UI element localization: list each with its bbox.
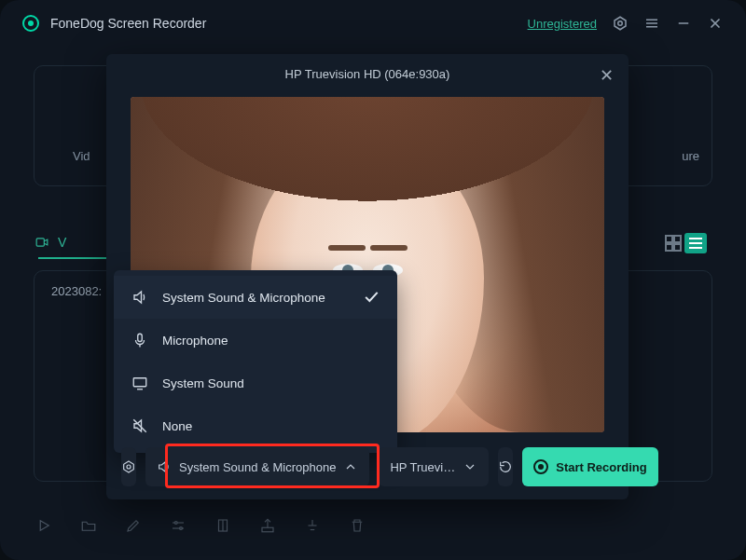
compress-icon[interactable] — [214, 517, 231, 538]
start-recording-label: Start Recording — [556, 460, 647, 474]
edit-icon[interactable] — [125, 517, 142, 538]
app-title: FoneDog Screen Recorder — [50, 16, 206, 31]
audio-option-label: None — [162, 419, 192, 433]
export-icon[interactable] — [259, 517, 276, 538]
sliders-icon[interactable] — [170, 517, 186, 538]
titlebar: FoneDog Screen Recorder Unregistered — [0, 0, 746, 47]
svg-rect-26 — [138, 334, 143, 341]
unregistered-link[interactable]: Unregistered — [528, 17, 597, 31]
check-icon — [362, 287, 380, 308]
mode-label-right: ure — [682, 149, 699, 163]
chevron-down-icon — [463, 459, 477, 474]
svg-rect-10 — [674, 236, 681, 242]
svg-point-32 — [127, 465, 131, 469]
webcam-settings-button[interactable] — [121, 447, 136, 486]
audio-option-label: System Sound & Microphone — [162, 291, 325, 305]
audio-option-microphone[interactable]: Microphone — [114, 319, 397, 362]
bottom-toolbar — [35, 517, 366, 538]
webcam-modal: HP Truevision HD (064e:930a) ✕ System So… — [106, 54, 629, 499]
list-item[interactable]: 2023082: — [51, 284, 102, 298]
camera-source-dropdown[interactable]: HP Truevi… — [379, 447, 489, 486]
convert-icon[interactable] — [304, 517, 321, 538]
history-tab-label: V — [58, 235, 66, 250]
modal-header: HP Truevision HD (064e:930a) ✕ — [106, 54, 629, 93]
minimize-icon[interactable] — [675, 15, 692, 32]
svg-marker-0 — [615, 17, 626, 30]
audio-source-menu: System Sound & Microphone Microphone Sys… — [114, 270, 397, 453]
svg-rect-23 — [262, 527, 273, 532]
play-icon[interactable] — [35, 517, 52, 538]
audio-option-none[interactable]: None — [114, 404, 397, 447]
modal-controls: System Sound & Microphone HP Truevi… Sta… — [121, 447, 614, 486]
view-toggle — [662, 233, 707, 253]
audio-option-label: System Sound — [162, 376, 244, 390]
view-grid-icon[interactable] — [662, 233, 684, 253]
view-list-icon[interactable] — [684, 233, 707, 253]
camera-source-label: HP Truevi… — [390, 460, 455, 474]
svg-rect-12 — [674, 244, 681, 251]
audio-option-system-sound[interactable]: System Sound — [114, 362, 397, 404]
close-window-icon[interactable] — [707, 15, 724, 32]
settings-hex-icon[interactable] — [612, 15, 629, 32]
svg-rect-9 — [666, 236, 672, 242]
speaker-icon — [157, 459, 172, 474]
svg-point-1 — [618, 21, 623, 26]
record-icon — [533, 459, 548, 474]
mode-label-left: Vid — [73, 149, 90, 163]
monitor-icon — [131, 374, 149, 392]
speaker-icon — [131, 288, 149, 307]
svg-marker-31 — [124, 461, 134, 472]
mic-icon — [131, 331, 149, 349]
modal-title: HP Truevision HD (064e:930a) — [285, 67, 450, 81]
audio-source-dropdown[interactable]: System Sound & Microphone — [145, 447, 369, 486]
folder-icon[interactable] — [80, 517, 97, 538]
audio-option-system-and-mic[interactable]: System Sound & Microphone — [114, 276, 397, 319]
start-recording-button[interactable]: Start Recording — [522, 447, 658, 486]
app-window: FoneDog Screen Recorder Unregistered Vid… — [0, 0, 746, 560]
svg-rect-11 — [666, 244, 672, 251]
svg-rect-28 — [133, 378, 146, 387]
svg-rect-8 — [36, 239, 44, 246]
modal-close-icon[interactable]: ✕ — [600, 65, 614, 86]
audio-source-label: System Sound & Microphone — [179, 460, 336, 474]
refresh-button[interactable] — [498, 447, 513, 486]
trash-icon[interactable] — [349, 517, 366, 538]
chevron-up-icon — [343, 459, 358, 474]
history-tabs[interactable]: V — [34, 235, 66, 250]
audio-option-label: Microphone — [162, 334, 228, 348]
svg-marker-16 — [40, 521, 48, 531]
menu-icon[interactable] — [643, 15, 660, 32]
app-logo-icon — [22, 15, 39, 32]
muted-icon — [131, 417, 149, 435]
